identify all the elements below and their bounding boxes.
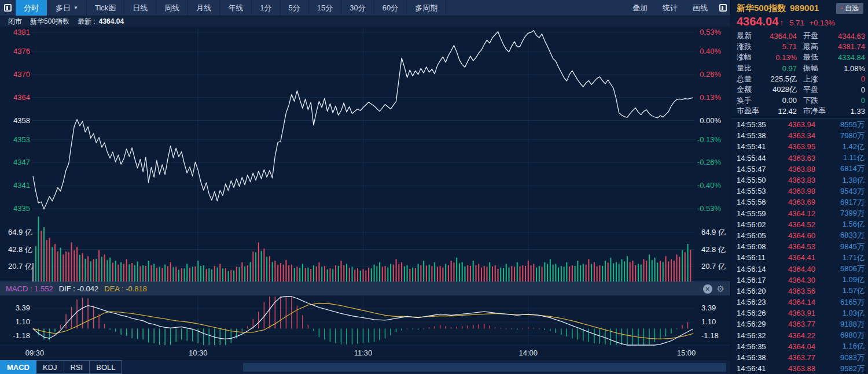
tab-年线[interactable]: 年线 [220, 0, 252, 16]
stat-row: 总量225.5亿上涨0 [731, 73, 868, 84]
tick-price: 4364.14 [774, 298, 815, 306]
tab-周线[interactable]: 周线 [156, 0, 188, 16]
tick-list[interactable]: 14:55:354363.948555万14:55:384363.347980万… [731, 119, 868, 374]
action-统计[interactable]: 统计 [655, 0, 685, 16]
latest-value: 4364.04 [99, 17, 124, 25]
tick-volume: 1.03亿 [815, 308, 865, 319]
tick-volume: 6814万 [815, 164, 865, 174]
latest-label: 最新 : [78, 17, 95, 27]
stat-label: 涨跌 [737, 42, 763, 52]
panel-layout-icon[interactable] [715, 0, 730, 16]
instrument-title: 新华500指数989001 [737, 3, 819, 14]
macd-axis-label: 1.10 [701, 317, 716, 327]
tick-time: 14:56:23 [737, 298, 774, 306]
stat-row: 涨跌5.71最高4381.74 [731, 42, 868, 53]
volume-axis-label: 64.9 亿 [8, 228, 32, 237]
horizontal-scrollbar[interactable] [243, 363, 726, 372]
tab-30分[interactable]: 30分 [341, 0, 374, 16]
trading-terminal-window: 4381437643704364435843534347434143350.53… [0, 0, 868, 374]
indicator-tab-BOLL[interactable]: BOLL [90, 360, 122, 374]
price-axis-label: 4347 [5, 158, 30, 167]
stat-label: 市盈率 [737, 106, 763, 116]
window-layout-icon [4, 4, 12, 12]
stat-value: 5.71 [763, 42, 797, 51]
tick-price: 4364.60 [774, 231, 815, 240]
stat-row: 量比0.97振幅1.08% [731, 63, 868, 74]
tick-time: 14:56:05 [737, 231, 774, 240]
quote-stats-grid: 最新4364.04开盘4344.63涨跌5.71最高4381.74涨幅0.13%… [731, 31, 868, 117]
tick-row: 14:55:534363.989543万 [731, 186, 868, 197]
tick-price: 4363.69 [774, 198, 815, 206]
stat-row: 最新4364.04开盘4344.63 [731, 31, 868, 42]
tab-日线[interactable]: 日线 [124, 0, 156, 16]
tick-time: 14:56:20 [737, 287, 774, 295]
volume-axis-label: 42.8 亿 [8, 245, 32, 254]
layout-toggle-icon[interactable] [0, 0, 15, 16]
tick-time: 14:56:26 [737, 309, 774, 317]
tab-月线[interactable]: 月线 [188, 0, 220, 16]
tab-多日[interactable]: 多日▼ [47, 0, 87, 16]
tick-price: 4363.63 [774, 154, 815, 162]
stat-label: 最高 [803, 42, 836, 52]
percent-axis-label: -0.53% [696, 204, 721, 213]
up-arrow-icon: ↑ [779, 18, 784, 27]
tick-time: 14:56:35 [737, 342, 774, 351]
macd-axis-label: -1.18 [701, 331, 719, 340]
stat-label: 金额 [737, 84, 763, 95]
percent-axis-label: 0.00% [696, 116, 721, 125]
tick-row: 14:56:354364.041.16亿 [731, 341, 868, 352]
tick-price: 4364.40 [774, 265, 815, 273]
indicator-settings-gear-icon[interactable]: ⚙ [717, 284, 724, 294]
tick-time: 14:55:44 [737, 154, 774, 162]
instrument-title-name: 新华500指数 [737, 3, 786, 13]
time-axis-label: 14:00 [518, 349, 538, 357]
tick-volume: 9543万 [815, 186, 865, 197]
time-axis-label: 15:00 [677, 349, 696, 357]
tick-volume: 1.11亿 [815, 153, 865, 163]
percent-axis-label: 0.40% [696, 47, 721, 56]
chart-area[interactable]: 4381437643704364435843534347434143350.53… [0, 0, 730, 374]
tick-volume: 9582万 [815, 364, 865, 374]
tick-price: 4364.52 [774, 220, 815, 229]
tab-60分[interactable]: 60分 [374, 0, 407, 16]
dea-value: DEA : -0.818 [104, 284, 147, 293]
action-画线[interactable]: 画线 [685, 0, 715, 16]
indicator-tab-RSI[interactable]: RSI [64, 360, 90, 374]
price-axis-label: 4341 [5, 181, 30, 190]
tab-分时[interactable]: 分时 [15, 0, 47, 16]
stat-row: 涨幅0.13%最低4334.84 [731, 52, 868, 63]
stat-value: 0.13% [763, 53, 797, 62]
macd-axis-label: 1.10 [5, 317, 30, 327]
price-axis-label: 4370 [5, 70, 30, 79]
tick-price: 4363.94 [774, 120, 815, 129]
tick-row: 14:56:264363.911.03亿 [731, 308, 868, 319]
tab-1分[interactable]: 1分 [252, 0, 280, 16]
stat-value: 4381.74 [836, 42, 865, 51]
tab-15分[interactable]: 15分 [309, 0, 341, 16]
stat-label: 总量 [737, 74, 763, 84]
time-axis: 09:3010:3011:3014:0015:00 [0, 346, 730, 360]
stat-value: 4344.63 [836, 32, 865, 40]
indicator-tab-KDJ[interactable]: KDJ [36, 360, 64, 374]
stat-value: 12.42 [763, 107, 797, 116]
tick-time: 14:56:14 [737, 265, 774, 273]
tab-5分[interactable]: 5分 [281, 0, 309, 16]
tick-row: 14:56:084364.539845万 [731, 241, 868, 252]
price-axis-label: 4381 [5, 28, 30, 37]
indicator-tab-MACD[interactable]: MACD [0, 360, 36, 374]
stat-label: 市净率 [803, 106, 836, 116]
action-叠加[interactable]: 叠加 [625, 0, 655, 16]
tick-time: 14:55:41 [737, 142, 774, 151]
time-axis-label: 09:30 [25, 349, 45, 357]
tab-Tick图[interactable]: Tick图 [87, 0, 124, 16]
stat-label: 换手 [737, 95, 763, 106]
split-view-icon [719, 4, 727, 12]
tick-time: 14:56:17 [737, 276, 774, 284]
percent-axis-label: -0.13% [696, 135, 721, 145]
tab-多周期[interactable]: 多周期 [407, 0, 446, 16]
close-indicator-icon[interactable]: ✕ [703, 284, 712, 294]
tick-time: 14:56:38 [737, 353, 774, 362]
watchlist-remove-button[interactable]: -自选 [836, 3, 863, 14]
tick-time: 14:55:35 [737, 120, 774, 129]
stat-label: 涨幅 [737, 52, 763, 62]
